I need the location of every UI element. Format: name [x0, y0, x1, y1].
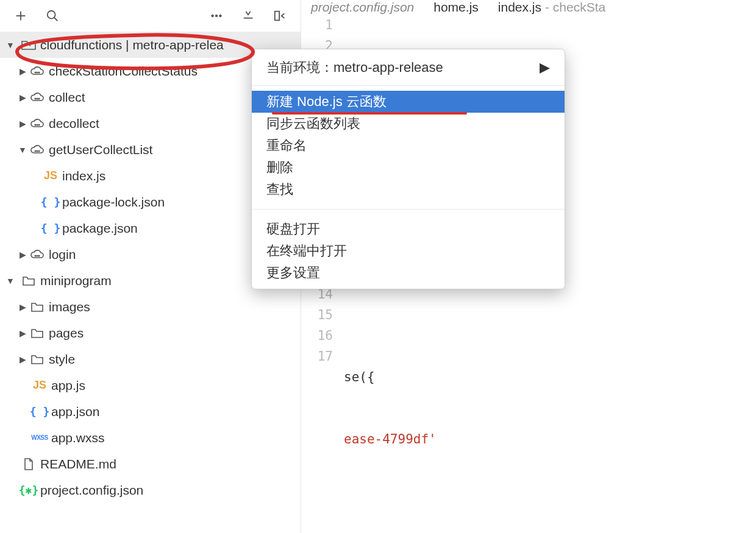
chevron-right-icon: ▶	[17, 302, 28, 312]
menu-separator	[252, 209, 565, 210]
dots-icon	[210, 9, 223, 23]
tree-label: miniprogram	[40, 274, 112, 288]
svg-point-18	[35, 150, 36, 152]
svg-point-9	[35, 72, 36, 73]
tree-label: package.json	[62, 221, 138, 236]
svg-point-17	[38, 124, 40, 125]
panel-toggle-button[interactable]	[265, 1, 294, 30]
menu-sync-cloudfn-list[interactable]: 同步云函数列表	[252, 113, 565, 135]
chevron-down-icon: ▼	[5, 276, 16, 286]
tree-label: package-lock.json	[62, 195, 165, 210]
tree-images[interactable]: ▶ images	[0, 294, 301, 320]
svg-rect-8	[275, 12, 279, 21]
context-menu-group: 硬盘打开 在终端中打开 更多设置	[252, 213, 565, 289]
cloud-icon	[28, 119, 46, 129]
line-number: 16	[301, 325, 333, 346]
svg-point-12	[35, 98, 36, 99]
add-button[interactable]	[6, 1, 35, 30]
svg-point-20	[38, 150, 40, 152]
context-menu-header[interactable]: 当前环境：metro-app-release ▶	[252, 49, 565, 86]
tab-suffix: - checkSta	[545, 0, 605, 15]
context-menu-group: 新建 Node.js 云函数 同步云函数列表 重命名 删除 查找	[252, 86, 565, 205]
wxss-icon: WXSS	[30, 434, 49, 441]
svg-point-15	[35, 124, 36, 125]
line-number: 15	[301, 305, 333, 325]
tree-project-config[interactable]: {✱} project.config.json	[0, 477, 301, 503]
line-number: 1	[301, 15, 333, 35]
panel-icon	[273, 9, 287, 23]
menu-more-settings[interactable]: 更多设置	[252, 262, 565, 284]
context-menu: 当前环境：metro-app-release ▶ 新建 Node.js 云函数 …	[251, 49, 565, 289]
context-menu-header-text: 当前环境：metro-app-release	[266, 58, 443, 77]
svg-point-14	[38, 98, 40, 99]
line-number: 17	[301, 346, 333, 367]
chevron-right-icon: ▶	[17, 66, 28, 76]
menu-label: 新建 Node.js 云函数	[266, 93, 387, 111]
svg-point-2	[48, 11, 55, 19]
tree-label: app.wxss	[51, 431, 105, 445]
chevron-right-icon: ▶	[17, 250, 28, 259]
file-icon	[20, 457, 38, 471]
tree-label: decollect	[49, 116, 99, 131]
collapse-icon	[241, 9, 255, 23]
more-button[interactable]	[202, 1, 231, 30]
svg-point-19	[37, 150, 38, 152]
svg-line-3	[54, 18, 58, 21]
tree-label: login	[49, 247, 76, 262]
svg-point-11	[38, 72, 40, 73]
json-icon: { }	[30, 405, 49, 418]
tree-app-wxss[interactable]: WXSS app.wxss	[0, 425, 301, 451]
tree-style[interactable]: ▶ style	[0, 346, 301, 372]
tab-home-js[interactable]: home.js	[424, 0, 488, 15]
tree-pages[interactable]: ▶ pages	[0, 320, 301, 346]
tab-project-config[interactable]: project.config.json	[301, 0, 424, 15]
chevron-right-icon: ▶	[540, 60, 550, 76]
menu-find[interactable]: 查找	[252, 178, 565, 200]
tab-index-js[interactable]: index.js - checkSta	[488, 0, 615, 15]
tree-label: app.js	[51, 378, 85, 393]
menu-label: 在终端中打开	[266, 242, 347, 260]
tree-label: images	[49, 300, 90, 314]
collapse-button[interactable]	[234, 1, 263, 30]
folder-icon	[28, 328, 46, 339]
svg-point-5	[215, 15, 218, 17]
tab-label: home.js	[433, 0, 479, 15]
tree-label: pages	[49, 326, 84, 341]
tree-label: getUserCollectList	[49, 143, 152, 157]
menu-open-in-disk[interactable]: 硬盘打开	[252, 218, 565, 240]
menu-label: 硬盘打开	[266, 220, 320, 238]
search-button[interactable]	[38, 1, 67, 30]
code-text: ease-4799df'	[344, 432, 437, 447]
folder-icon	[20, 275, 38, 286]
code-text: se({	[344, 370, 375, 384]
menu-rename[interactable]: 重命名	[252, 135, 565, 157]
tree-label: index.js	[62, 169, 105, 183]
svg-point-16	[37, 124, 38, 125]
js-icon: JS	[30, 379, 49, 392]
menu-label: 重命名	[266, 136, 307, 155]
tree-readme[interactable]: README.md	[0, 451, 301, 477]
menu-new-nodejs-cloudfn[interactable]: 新建 Node.js 云函数	[252, 91, 565, 113]
cloud-icon	[28, 145, 46, 155]
chevron-right-icon: ▶	[17, 355, 28, 364]
cloud-icon	[28, 250, 46, 259]
menu-label: 查找	[266, 180, 293, 199]
tree-label: style	[49, 352, 75, 367]
chevron-down-icon: ▼	[5, 40, 16, 50]
menu-delete[interactable]: 删除	[252, 157, 565, 178]
cloud-folder-icon	[20, 39, 38, 51]
tree-app-json[interactable]: { } app.json	[0, 398, 301, 425]
tree-label: README.md	[40, 457, 116, 471]
svg-point-6	[219, 15, 222, 17]
json-icon: { }	[41, 222, 60, 235]
chevron-right-icon: ▶	[17, 119, 28, 129]
chevron-down-icon: ▼	[17, 145, 28, 155]
chevron-right-icon: ▶	[17, 328, 28, 338]
tree-app-js[interactable]: JS app.js	[0, 372, 301, 398]
search-icon	[46, 9, 59, 23]
svg-point-23	[38, 255, 40, 256]
folder-icon	[28, 302, 46, 312]
menu-open-in-terminal[interactable]: 在终端中打开	[252, 240, 565, 262]
cloud-icon	[28, 66, 46, 76]
menu-label: 同步云函数列表	[266, 115, 360, 133]
